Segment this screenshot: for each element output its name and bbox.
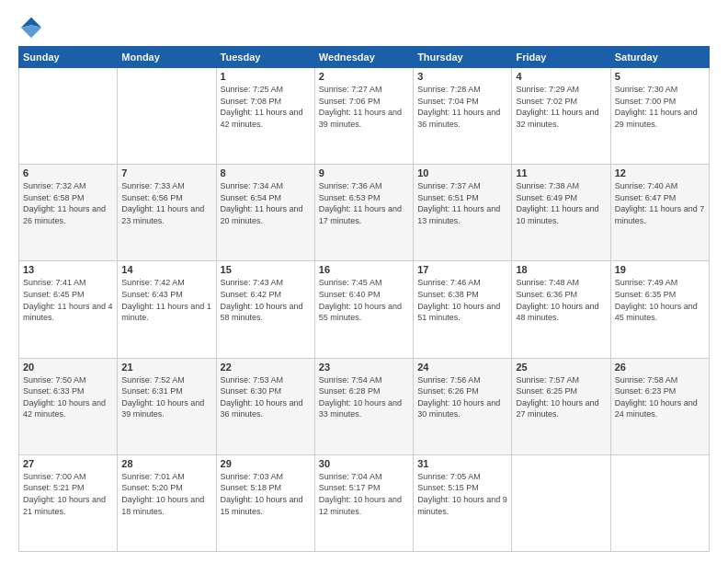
day-number: 4 bbox=[516, 71, 606, 82]
day-number: 20 bbox=[23, 362, 113, 373]
day-info: Sunrise: 7:41 AM Sunset: 6:45 PM Dayligh… bbox=[23, 277, 113, 323]
calendar-cell bbox=[512, 454, 610, 551]
calendar-cell: 4Sunrise: 7:29 AM Sunset: 7:02 PM Daylig… bbox=[512, 68, 610, 165]
calendar-cell: 7Sunrise: 7:33 AM Sunset: 6:56 PM Daylig… bbox=[118, 165, 216, 261]
day-number: 13 bbox=[23, 264, 113, 275]
day-number: 9 bbox=[319, 167, 409, 178]
calendar-cell: 9Sunrise: 7:36 AM Sunset: 6:53 PM Daylig… bbox=[314, 165, 413, 261]
day-info: Sunrise: 7:04 AM Sunset: 5:17 PM Dayligh… bbox=[319, 471, 409, 517]
day-info: Sunrise: 7:00 AM Sunset: 5:21 PM Dayligh… bbox=[23, 471, 113, 517]
calendar-cell: 22Sunrise: 7:53 AM Sunset: 6:30 PM Dayli… bbox=[216, 358, 314, 454]
calendar-table: SundayMondayTuesdayWednesdayThursdayFrid… bbox=[18, 46, 710, 552]
day-number: 2 bbox=[319, 71, 409, 82]
weekday-header-monday: Monday bbox=[118, 47, 216, 68]
calendar-cell: 14Sunrise: 7:42 AM Sunset: 6:43 PM Dayli… bbox=[118, 261, 216, 358]
calendar-cell: 11Sunrise: 7:38 AM Sunset: 6:49 PM Dayli… bbox=[512, 165, 610, 261]
day-number: 23 bbox=[319, 362, 409, 373]
week-row-4: 27Sunrise: 7:00 AM Sunset: 5:21 PM Dayli… bbox=[19, 454, 710, 551]
day-number: 29 bbox=[221, 458, 311, 469]
day-info: Sunrise: 7:05 AM Sunset: 5:15 PM Dayligh… bbox=[417, 471, 507, 517]
day-number: 21 bbox=[121, 362, 211, 373]
day-number: 6 bbox=[23, 167, 113, 178]
day-number: 1 bbox=[221, 71, 311, 82]
calendar-cell: 24Sunrise: 7:56 AM Sunset: 6:26 PM Dayli… bbox=[414, 358, 512, 454]
calendar-cell: 17Sunrise: 7:46 AM Sunset: 6:38 PM Dayli… bbox=[414, 261, 512, 358]
day-info: Sunrise: 7:49 AM Sunset: 6:35 PM Dayligh… bbox=[615, 277, 705, 323]
day-number: 19 bbox=[615, 264, 705, 275]
day-number: 28 bbox=[121, 458, 211, 469]
day-info: Sunrise: 7:34 AM Sunset: 6:54 PM Dayligh… bbox=[221, 180, 311, 226]
day-number: 17 bbox=[417, 264, 507, 275]
day-number: 22 bbox=[221, 362, 311, 373]
day-number: 27 bbox=[23, 458, 113, 469]
day-number: 10 bbox=[417, 167, 507, 178]
calendar-page: SundayMondayTuesdayWednesdayThursdayFrid… bbox=[0, 0, 728, 563]
weekday-header-row: SundayMondayTuesdayWednesdayThursdayFrid… bbox=[19, 47, 710, 68]
day-number: 7 bbox=[121, 167, 211, 178]
day-info: Sunrise: 7:54 AM Sunset: 6:28 PM Dayligh… bbox=[319, 374, 409, 420]
calendar-cell: 2Sunrise: 7:27 AM Sunset: 7:06 PM Daylig… bbox=[314, 68, 413, 165]
day-number: 15 bbox=[221, 264, 311, 275]
calendar-cell: 21Sunrise: 7:52 AM Sunset: 6:31 PM Dayli… bbox=[118, 358, 216, 454]
calendar-cell: 5Sunrise: 7:30 AM Sunset: 7:00 PM Daylig… bbox=[610, 68, 709, 165]
day-info: Sunrise: 7:38 AM Sunset: 6:49 PM Dayligh… bbox=[516, 180, 606, 226]
day-info: Sunrise: 7:56 AM Sunset: 6:26 PM Dayligh… bbox=[417, 374, 507, 420]
calendar-cell: 13Sunrise: 7:41 AM Sunset: 6:45 PM Dayli… bbox=[19, 261, 118, 358]
weekday-header-friday: Friday bbox=[512, 47, 610, 68]
calendar-cell: 12Sunrise: 7:40 AM Sunset: 6:47 PM Dayli… bbox=[610, 165, 709, 261]
calendar-cell: 8Sunrise: 7:34 AM Sunset: 6:54 PM Daylig… bbox=[216, 165, 314, 261]
day-info: Sunrise: 7:25 AM Sunset: 7:08 PM Dayligh… bbox=[221, 84, 311, 130]
calendar-cell: 25Sunrise: 7:57 AM Sunset: 6:25 PM Dayli… bbox=[512, 358, 610, 454]
calendar-cell: 31Sunrise: 7:05 AM Sunset: 5:15 PM Dayli… bbox=[414, 454, 512, 551]
calendar-cell: 1Sunrise: 7:25 AM Sunset: 7:08 PM Daylig… bbox=[216, 68, 314, 165]
day-info: Sunrise: 7:28 AM Sunset: 7:04 PM Dayligh… bbox=[417, 84, 507, 130]
day-info: Sunrise: 7:52 AM Sunset: 6:31 PM Dayligh… bbox=[121, 374, 211, 420]
calendar-cell bbox=[118, 68, 216, 165]
day-number: 12 bbox=[615, 167, 705, 178]
day-info: Sunrise: 7:37 AM Sunset: 6:51 PM Dayligh… bbox=[417, 180, 507, 226]
day-info: Sunrise: 7:30 AM Sunset: 7:00 PM Dayligh… bbox=[615, 84, 705, 130]
day-number: 18 bbox=[516, 264, 606, 275]
day-number: 14 bbox=[121, 264, 211, 275]
week-row-3: 20Sunrise: 7:50 AM Sunset: 6:33 PM Dayli… bbox=[19, 358, 710, 454]
day-info: Sunrise: 7:42 AM Sunset: 6:43 PM Dayligh… bbox=[121, 277, 211, 323]
weekday-header-saturday: Saturday bbox=[610, 47, 709, 68]
calendar-cell: 6Sunrise: 7:32 AM Sunset: 6:58 PM Daylig… bbox=[19, 165, 118, 261]
day-number: 30 bbox=[319, 458, 409, 469]
weekday-header-wednesday: Wednesday bbox=[314, 47, 413, 68]
weekday-header-tuesday: Tuesday bbox=[216, 47, 314, 68]
day-info: Sunrise: 7:50 AM Sunset: 6:33 PM Dayligh… bbox=[23, 374, 113, 420]
calendar-cell: 15Sunrise: 7:43 AM Sunset: 6:42 PM Dayli… bbox=[216, 261, 314, 358]
day-info: Sunrise: 7:33 AM Sunset: 6:56 PM Dayligh… bbox=[121, 180, 211, 226]
day-number: 24 bbox=[417, 362, 507, 373]
calendar-cell: 26Sunrise: 7:58 AM Sunset: 6:23 PM Dayli… bbox=[610, 358, 709, 454]
calendar-cell: 23Sunrise: 7:54 AM Sunset: 6:28 PM Dayli… bbox=[314, 358, 413, 454]
calendar-cell bbox=[610, 454, 709, 551]
week-row-0: 1Sunrise: 7:25 AM Sunset: 7:08 PM Daylig… bbox=[19, 68, 710, 165]
day-number: 11 bbox=[516, 167, 606, 178]
day-info: Sunrise: 7:01 AM Sunset: 5:20 PM Dayligh… bbox=[121, 471, 211, 517]
day-info: Sunrise: 7:45 AM Sunset: 6:40 PM Dayligh… bbox=[319, 277, 409, 323]
calendar-cell: 27Sunrise: 7:00 AM Sunset: 5:21 PM Dayli… bbox=[19, 454, 118, 551]
day-number: 25 bbox=[516, 362, 606, 373]
calendar-cell: 29Sunrise: 7:03 AM Sunset: 5:18 PM Dayli… bbox=[216, 454, 314, 551]
weekday-header-sunday: Sunday bbox=[19, 47, 118, 68]
svg-marker-1 bbox=[21, 25, 41, 38]
day-info: Sunrise: 7:58 AM Sunset: 6:23 PM Dayligh… bbox=[615, 374, 705, 420]
day-info: Sunrise: 7:32 AM Sunset: 6:58 PM Dayligh… bbox=[23, 180, 113, 226]
logo-icon bbox=[18, 15, 44, 40]
header bbox=[18, 15, 710, 40]
day-number: 26 bbox=[615, 362, 705, 373]
day-number: 16 bbox=[319, 264, 409, 275]
calendar-cell: 30Sunrise: 7:04 AM Sunset: 5:17 PM Dayli… bbox=[314, 454, 413, 551]
calendar-cell: 19Sunrise: 7:49 AM Sunset: 6:35 PM Dayli… bbox=[610, 261, 709, 358]
day-info: Sunrise: 7:48 AM Sunset: 6:36 PM Dayligh… bbox=[516, 277, 606, 323]
day-info: Sunrise: 7:27 AM Sunset: 7:06 PM Dayligh… bbox=[319, 84, 409, 130]
day-info: Sunrise: 7:29 AM Sunset: 7:02 PM Dayligh… bbox=[516, 84, 606, 130]
weekday-header-thursday: Thursday bbox=[414, 47, 512, 68]
calendar-cell: 10Sunrise: 7:37 AM Sunset: 6:51 PM Dayli… bbox=[414, 165, 512, 261]
day-info: Sunrise: 7:43 AM Sunset: 6:42 PM Dayligh… bbox=[221, 277, 311, 323]
day-info: Sunrise: 7:46 AM Sunset: 6:38 PM Dayligh… bbox=[417, 277, 507, 323]
day-info: Sunrise: 7:03 AM Sunset: 5:18 PM Dayligh… bbox=[221, 471, 311, 517]
day-info: Sunrise: 7:57 AM Sunset: 6:25 PM Dayligh… bbox=[516, 374, 606, 420]
